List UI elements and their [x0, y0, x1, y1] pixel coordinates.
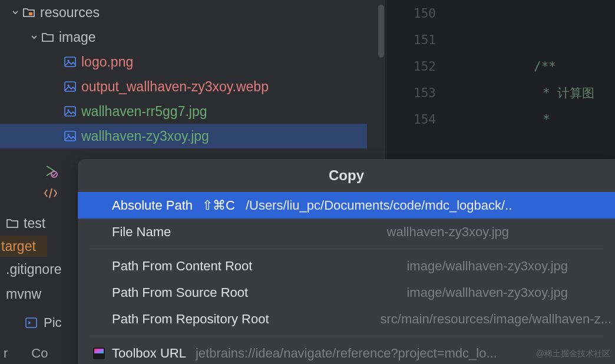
status-left2: Co	[31, 346, 48, 361]
svg-rect-9	[26, 318, 37, 327]
popup-item-value: image/wallhaven-zy3xoy.jpg	[406, 259, 615, 274]
svg-rect-7	[65, 131, 75, 141]
pic-label: Pic	[44, 315, 62, 330]
tree-file-logo[interactable]: logo.png	[0, 49, 385, 74]
tree-test-folder[interactable]: test	[0, 211, 62, 236]
image-file-icon	[64, 130, 77, 143]
popup-divider	[90, 336, 603, 336]
popup-item-value: src/main/resources/image/wallhaven-z...	[381, 312, 615, 327]
image-file-icon	[64, 105, 77, 118]
editor-line[interactable]: 154 *	[386, 106, 615, 133]
editor-line[interactable]: 150	[386, 0, 615, 27]
copy-popup[interactable]: Copy Absolute Path ⇧⌘C /Users/liu_pc/Doc…	[78, 159, 615, 364]
status-left1: r	[4, 346, 8, 361]
popup-item-label: Path From Content Root	[112, 259, 252, 274]
resources-folder-icon	[22, 6, 35, 19]
folder-icon	[6, 217, 19, 230]
tree-item-label: wallhaven-rr5gg7.jpg	[81, 104, 207, 120]
tree-file-rr5gg7[interactable]: wallhaven-rr5gg7.jpg	[0, 99, 385, 124]
popup-item-value: jetbrains://idea/navigate/reference?proj…	[196, 346, 501, 361]
line-number: 152	[386, 59, 457, 74]
editor-line[interactable]: 153 * 计算图	[386, 80, 615, 106]
svg-rect-5	[65, 107, 75, 116]
watermark: @稀土掘金技术社区	[536, 349, 610, 359]
tree-item-label: logo.png	[81, 54, 133, 70]
tree-item-label: mvnw	[6, 286, 41, 302]
code-editor[interactable]: 150 151 152 /** 153 * 计算图 154 *	[386, 0, 615, 159]
terminal-icon	[25, 316, 38, 329]
svg-rect-1	[65, 57, 75, 67]
line-number: 154	[386, 112, 457, 127]
editor-line[interactable]: 151	[386, 27, 615, 53]
popup-item-repository-root[interactable]: Path From Repository Root src/main/resou…	[78, 306, 615, 332]
html-icon[interactable]	[42, 185, 59, 201]
popup-item-label: Toolbox URL	[112, 346, 186, 361]
popup-item-absolute-path[interactable]: Absolute Path ⇧⌘C /Users/liu_pc/Document…	[78, 192, 615, 219]
tree-item-label: target	[1, 239, 36, 254]
tree-file-zy3xoy[interactable]: wallhaven-zy3xoy.jpg	[0, 124, 367, 148]
tree-resources-folder[interactable]: resources	[0, 0, 385, 25]
line-code: * 计算图	[457, 85, 615, 101]
toolbox-icon	[92, 346, 106, 360]
line-code: *	[457, 112, 615, 127]
popup-item-label: Absolute Path	[112, 198, 193, 213]
line-number: 153	[386, 86, 457, 100]
tree-image-folder[interactable]: image	[0, 25, 385, 49]
popup-item-shortcut: ⇧⌘C	[202, 198, 235, 213]
tree-item-label: .gitignore	[6, 262, 62, 277]
tree-gitignore-file[interactable]: .gitignore	[0, 257, 62, 282]
tree-target-folder[interactable]: target	[0, 236, 47, 257]
run-icon[interactable]	[42, 163, 59, 179]
popup-item-content-root[interactable]: Path From Content Root image/wallhaven-z…	[78, 253, 615, 279]
chevron-down-icon	[11, 8, 20, 17]
tree-mvnw-file[interactable]: mvnw	[0, 282, 62, 306]
popup-item-label: Path From Repository Root	[112, 312, 269, 327]
scrollbar-thumb[interactable]	[378, 5, 384, 58]
popup-divider	[90, 249, 603, 249]
popup-item-value: /Users/liu_pc/Documents/code/mdc_logback…	[246, 198, 515, 213]
line-number: 150	[386, 6, 457, 21]
status-bar: r Co	[0, 343, 48, 364]
editor-line[interactable]: 152 /**	[386, 53, 615, 80]
image-file-icon	[64, 55, 77, 68]
popup-item-value: wallhaven-zy3xoy.jpg	[387, 224, 615, 240]
gutter-icons	[42, 163, 59, 201]
tree-item-label: resources	[40, 5, 100, 21]
image-file-icon	[64, 80, 77, 93]
popup-item-source-root[interactable]: Path From Source Root image/wallhaven-zy…	[78, 279, 615, 306]
line-number: 151	[386, 33, 457, 47]
popup-item-file-name[interactable]: File Name wallhaven-zy3xoy.jpg	[78, 219, 615, 245]
tree-file-output[interactable]: output_wallhaven-zy3xoy.webp	[0, 74, 385, 99]
svg-rect-3	[65, 82, 75, 91]
tree-item-label: wallhaven-zy3xoy.jpg	[81, 128, 209, 144]
line-code: /**	[457, 59, 615, 74]
popup-item-label: File Name	[112, 224, 171, 240]
folder-icon	[41, 31, 54, 44]
tree-item-label: image	[59, 29, 96, 45]
tree-item-label: output_wallhaven-zy3xoy.webp	[81, 79, 269, 95]
chevron-down-icon	[29, 32, 39, 42]
console-area: Pic	[25, 315, 62, 330]
popup-item-toolbox-url[interactable]: Toolbox URL jetbrains://idea/navigate/re…	[78, 340, 615, 364]
tree-item-label: test	[24, 216, 45, 231]
tree-bottom-section: test target .gitignore mvnw	[0, 211, 62, 306]
popup-item-value: image/wallhaven-zy3xoy.jpg	[406, 285, 615, 300]
popup-title: Copy	[78, 159, 615, 192]
svg-rect-0	[29, 12, 32, 15]
popup-item-label: Path From Source Root	[112, 285, 248, 300]
